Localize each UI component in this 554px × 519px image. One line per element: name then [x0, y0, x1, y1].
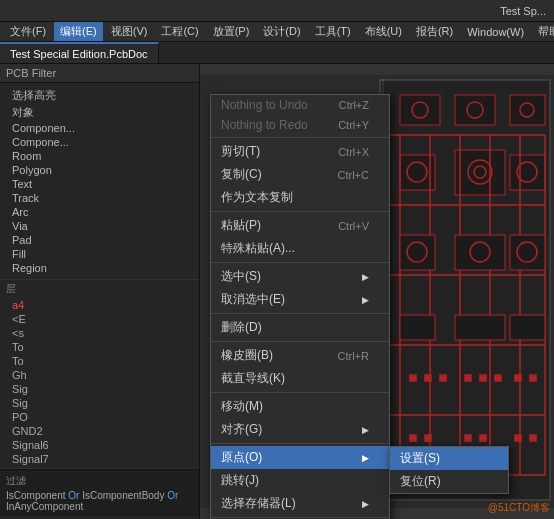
- svg-rect-49: [510, 315, 545, 340]
- ctx-item-label-11: 取消选中(E): [221, 291, 285, 308]
- submenu-item-1[interactable]: 复位(R): [390, 470, 508, 493]
- svg-rect-59: [425, 435, 431, 441]
- menu-item-0[interactable]: 文件(F): [4, 22, 52, 41]
- layer-item-10[interactable]: Signal6: [6, 438, 193, 452]
- filter-label: 过滤: [6, 474, 193, 488]
- ctx-item-label-5: 作为文本复制: [221, 189, 293, 206]
- menu-item-7[interactable]: 布线(U): [359, 22, 408, 41]
- layer-item-8[interactable]: PO: [6, 410, 193, 424]
- ctx-item-19[interactable]: 对齐(G): [211, 418, 389, 441]
- ctx-shortcut-1: Ctrl+Y: [338, 119, 369, 131]
- ctx-item-label-7: 粘贴(P): [221, 217, 261, 234]
- ctx-separator-24: [211, 517, 389, 518]
- panel-section-1[interactable]: 对象: [6, 104, 193, 121]
- layer-item-3[interactable]: To: [6, 340, 193, 354]
- layer-item-4[interactable]: To: [6, 354, 193, 368]
- layer-item-7[interactable]: Sig: [6, 396, 193, 410]
- ctx-separator-17: [211, 392, 389, 393]
- menu-item-5[interactable]: 设计(D): [257, 22, 306, 41]
- svg-rect-63: [530, 435, 536, 441]
- ctx-shortcut-3: Ctrl+X: [338, 146, 369, 158]
- menu-item-3[interactable]: 工程(C): [155, 22, 204, 41]
- svg-rect-51: [425, 375, 431, 381]
- layer-item-0[interactable]: a4: [6, 298, 193, 312]
- ctx-item-22[interactable]: 跳转(J): [211, 469, 389, 492]
- svg-rect-56: [515, 375, 521, 381]
- ctx-item-label-23: 选择存储器(L): [221, 495, 296, 512]
- ctx-item-label-18: 移动(M): [221, 398, 263, 415]
- ctx-item-15[interactable]: 橡皮圈(B)Ctrl+R: [211, 344, 389, 367]
- ctx-separator-6: [211, 211, 389, 212]
- menu-item-4[interactable]: 放置(P): [207, 22, 256, 41]
- svg-rect-62: [515, 435, 521, 441]
- svg-rect-55: [495, 375, 501, 381]
- ctx-item-label-21: 原点(O): [221, 449, 262, 466]
- layer-item-2[interactable]: <s: [6, 326, 193, 340]
- ctx-shortcut-15: Ctrl+R: [338, 350, 369, 362]
- ctx-item-13[interactable]: 删除(D): [211, 316, 389, 339]
- menu-item-6[interactable]: 工具(T): [309, 22, 357, 41]
- ctx-item-5[interactable]: 作为文本复制: [211, 186, 389, 209]
- ctx-separator-14: [211, 341, 389, 342]
- ctx-item-23[interactable]: 选择存储器(L): [211, 492, 389, 515]
- ctx-item-label-4: 复制(C): [221, 166, 262, 183]
- panel-section-8[interactable]: Arc: [6, 205, 193, 219]
- panel-section-7[interactable]: Track: [6, 191, 193, 205]
- svg-rect-52: [440, 375, 446, 381]
- ctx-item-8[interactable]: 特殊粘贴(A)...: [211, 237, 389, 260]
- panel-section-0[interactable]: 选择高亮: [6, 87, 193, 104]
- ctx-item-1[interactable]: Nothing to RedoCtrl+Y: [211, 115, 389, 135]
- ctx-separator-20: [211, 443, 389, 444]
- canvas-area: 300.10mm Nothing to UndoCtrl+ZNothing to…: [200, 64, 554, 519]
- panel-section-9[interactable]: Via: [6, 219, 193, 233]
- ctx-item-label-16: 截直导线(K): [221, 370, 285, 387]
- svg-rect-57: [530, 375, 536, 381]
- menu-bar: 文件(F)编辑(E)视图(V)工程(C)放置(P)设计(D)工具(T)布线(U)…: [0, 22, 554, 42]
- panel-section-10[interactable]: Pad: [6, 233, 193, 247]
- ctx-item-4[interactable]: 复制(C)Ctrl+C: [211, 163, 389, 186]
- layer-label: 层: [6, 282, 193, 296]
- title-bar: Test Sp...: [0, 0, 554, 22]
- svg-point-46: [517, 242, 537, 262]
- ctx-item-label-13: 删除(D): [221, 319, 262, 336]
- menu-item-9[interactable]: Window(W): [461, 24, 530, 40]
- panel-header: PCB Filter: [0, 64, 199, 83]
- tab-0[interactable]: Test Special Edition.PcbDoc: [0, 42, 159, 63]
- svg-point-21: [520, 103, 534, 117]
- panel-section-4[interactable]: Room: [6, 149, 193, 163]
- panel-section-12[interactable]: Region: [6, 261, 193, 275]
- panel-section-6[interactable]: Text: [6, 177, 193, 191]
- panel-section-11[interactable]: Fill: [6, 247, 193, 261]
- menu-item-8[interactable]: 报告(R): [410, 22, 459, 41]
- menu-item-2[interactable]: 视图(V): [105, 22, 154, 41]
- layer-item-11[interactable]: Signal7: [6, 452, 193, 466]
- layer-item-9[interactable]: GND2: [6, 424, 193, 438]
- layer-item-5[interactable]: Gh: [6, 368, 193, 382]
- ctx-item-label-8: 特殊粘贴(A)...: [221, 240, 295, 257]
- svg-point-20: [467, 102, 483, 118]
- ctx-separator-12: [211, 313, 389, 314]
- layer-item-1[interactable]: <E: [6, 312, 193, 326]
- layer-item-6[interactable]: Sig: [6, 382, 193, 396]
- svg-rect-48: [455, 315, 505, 340]
- svg-rect-54: [480, 375, 486, 381]
- menu-item-10[interactable]: 帮助(H): [532, 22, 554, 41]
- ctx-item-21[interactable]: 原点(O)设置(S)复位(R): [211, 446, 389, 469]
- ctx-item-11[interactable]: 取消选中(E): [211, 288, 389, 311]
- panel-section-2[interactable]: Componen...: [6, 121, 193, 135]
- ctx-item-10[interactable]: 选中(S): [211, 265, 389, 288]
- ctx-item-0[interactable]: Nothing to UndoCtrl+Z: [211, 95, 389, 115]
- ctx-item-3[interactable]: 剪切(T)Ctrl+X: [211, 140, 389, 163]
- panel-section-5[interactable]: Polygon: [6, 163, 193, 177]
- svg-rect-50: [410, 375, 416, 381]
- ctx-item-label-10: 选中(S): [221, 268, 261, 285]
- ctx-item-16[interactable]: 截直导线(K): [211, 367, 389, 390]
- ctx-item-label-1: Nothing to Redo: [221, 118, 308, 132]
- submenu-item-0[interactable]: 设置(S): [390, 447, 508, 470]
- svg-rect-58: [410, 435, 416, 441]
- panel-section-3[interactable]: Compone...: [6, 135, 193, 149]
- ctx-item-7[interactable]: 粘贴(P)Ctrl+V: [211, 214, 389, 237]
- menu-item-1[interactable]: 编辑(E): [54, 22, 103, 41]
- ctx-item-18[interactable]: 移动(M): [211, 395, 389, 418]
- svg-point-44: [470, 242, 490, 262]
